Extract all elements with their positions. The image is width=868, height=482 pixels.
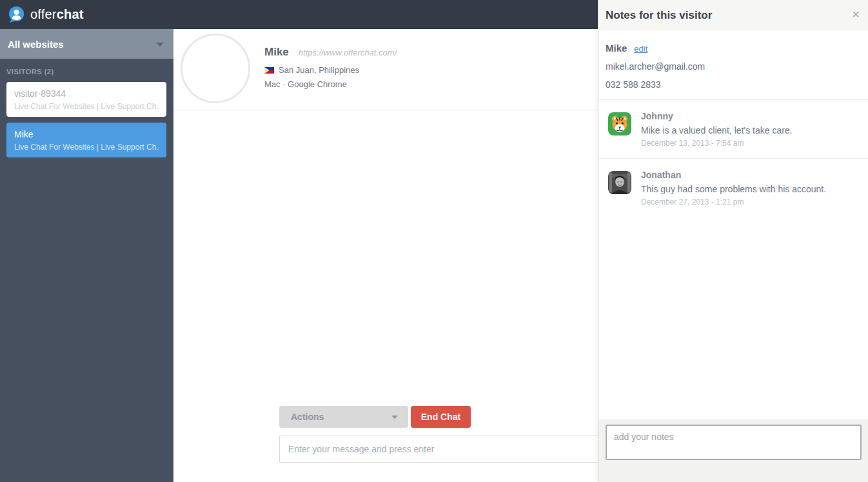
offerchat-logo: offerchat: [8, 6, 84, 23]
sidebar: All websites VISITORS (2) visitor-89344 …: [0, 29, 173, 482]
chevron-down-icon: [156, 43, 164, 46]
note-item: Johnny Mike is a valued client, let's ta…: [598, 100, 868, 159]
philippines-flag-icon: [264, 67, 274, 74]
note-author: Johnny: [641, 111, 861, 121]
notes-panel-footer: [598, 419, 868, 482]
visitor-page-title: Live Chat For Websites | Live Support Ch…: [14, 102, 159, 111]
visitor-contact-info: Mike edit mikel.archer@gmail.com 032 588…: [598, 30, 868, 100]
brand-suffix: chat: [57, 7, 84, 21]
visitor-card-visitor-89344[interactable]: visitor-89344 Live Chat For Websites | L…: [6, 82, 166, 117]
note-date: December 27, 2013 - 1:21 pm: [641, 197, 861, 206]
visitor-profile-name: Mike: [264, 46, 289, 59]
note-author: Jonathan: [641, 170, 861, 180]
visitor-profile-info: Mike https://www.offerchat.com/ San Juan…: [264, 46, 397, 89]
visitor-system-info: Mac · Google Chrome: [264, 79, 397, 89]
chat-controls: Actions End Chat: [279, 406, 609, 463]
note-date: December 13, 2013 - 7:54 am: [641, 139, 861, 148]
contact-name: Mike: [606, 43, 627, 54]
brand-name: offerchat: [30, 7, 84, 22]
tiger-avatar: [608, 112, 631, 136]
chevron-down-icon: [391, 416, 398, 419]
contact-email: mikel.archer@gmail.com: [606, 61, 861, 72]
notes-panel-title: Notes for this visitor: [598, 0, 868, 30]
visitors-section-label: VISITORS (2): [6, 68, 173, 75]
add-notes-textarea[interactable]: [606, 425, 862, 460]
visitor-current-url: https://www.offerchat.com/: [299, 48, 397, 57]
visitor-name: Mike: [14, 129, 159, 139]
actions-label: Actions: [291, 412, 324, 422]
visitor-page-title: Live Chat For Websites | Live Support Ch…: [14, 143, 159, 152]
edit-contact-link[interactable]: edit: [634, 44, 647, 54]
notes-panel-header: Notes for this visitor ×: [598, 0, 868, 30]
site-filter-dropdown[interactable]: All websites: [0, 29, 173, 59]
actions-dropdown-button[interactable]: Actions: [279, 406, 408, 428]
visitor-card-mike[interactable]: Mike Live Chat For Websites | Live Suppo…: [6, 123, 166, 157]
site-filter-label: All websites: [8, 39, 64, 50]
notes-panel: Notes for this visitor × Mike edit mikel…: [598, 0, 868, 482]
message-input[interactable]: [279, 436, 609, 463]
visitor-location: San Juan, Philippines: [279, 65, 359, 75]
visitor-name: visitor-89344: [14, 88, 159, 99]
contact-phone: 032 588 2833: [606, 79, 861, 90]
note-text: This guy had some problems with his acco…: [641, 184, 861, 194]
end-chat-button[interactable]: End Chat: [411, 406, 471, 428]
photo-avatar: [608, 171, 631, 194]
note-text: Mike is a valued client, let's take care…: [641, 125, 861, 136]
offerchat-app: offerchat All websites VISITORS (2) visi…: [0, 0, 868, 482]
offerchat-logo-icon: [8, 6, 25, 23]
close-icon[interactable]: ×: [852, 0, 860, 29]
note-item: Jonathan This guy had some problems with…: [598, 159, 868, 217]
visitor-avatar: [181, 34, 250, 103]
brand-prefix: offer: [30, 7, 57, 21]
